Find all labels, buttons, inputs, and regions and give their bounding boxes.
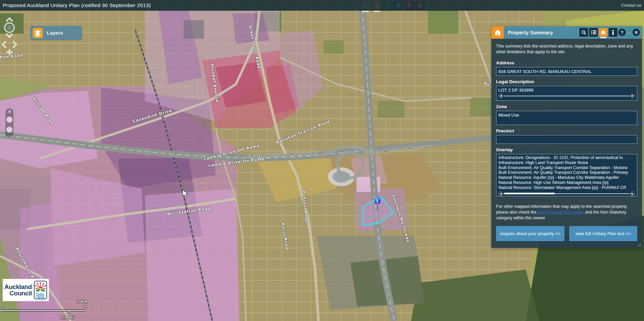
overlay-item: Built Environment: Air Quality Transport… — [498, 165, 635, 170]
scroll-thumb[interactable] — [504, 193, 555, 194]
property-summary-panel: Property Summary ? _ ✕ This s — [491, 26, 642, 248]
minimize-icon: _ — [628, 28, 631, 34]
list-icon — [591, 30, 596, 35]
help-icon: ? — [621, 30, 623, 35]
layers-button-label: Layers — [47, 30, 63, 36]
overlay-item: Built Environment: Air Quality Transport… — [498, 170, 635, 175]
panel-actions: enquire about your property >> view full… — [496, 226, 637, 241]
scroll-track[interactable] — [503, 193, 630, 194]
address-field[interactable]: 834 GREAT SOUTH RD, MANUKAU CENTRAL — [496, 67, 637, 76]
panel-body: This summary lists the searched address,… — [491, 39, 642, 248]
footnote-text: For other mapped information that may ap… — [496, 204, 637, 221]
logo-line2: Council — [4, 290, 32, 296]
panel-title: Property Summary — [504, 30, 553, 35]
zone-label: Zone — [496, 104, 637, 109]
info-icon — [612, 30, 614, 35]
logo-text: Auckland Council — [4, 284, 32, 296]
app-window: South-western MotorwaySouth-western Moto… — [0, 0, 644, 321]
auckland-council-logo: Auckland Council — [3, 279, 49, 301]
panel-search-tab[interactable] — [579, 28, 588, 37]
view-plan-text-button[interactable]: view full Unitary Plan text >> — [569, 226, 638, 241]
overlay-label: Overlay — [496, 147, 637, 152]
overlay-item: Infrastructure: Designations - ID 1102, … — [498, 155, 635, 160]
overlay-item: Infrastructure: High Land Transport Rout… — [498, 160, 635, 165]
result-pin-marker[interactable]: 1 — [372, 195, 384, 212]
enquire-property-button[interactable]: enquire about your property >> — [496, 226, 564, 241]
active-indicator — [363, 11, 369, 12]
contact-us-link[interactable]: Contact us — [621, 0, 641, 11]
magnifier-icon — [581, 30, 586, 35]
main-gis-viewer-link[interactable]: main Council GIS viewer — [538, 210, 584, 215]
legal-description-value: LOT 2 DP 363898 — [498, 88, 635, 93]
overlay-item: Natural Resource: High Use Stream Manage… — [498, 180, 635, 185]
address-label: Address — [496, 60, 637, 65]
scroll-right-icon[interactable]: ▶ — [631, 94, 635, 98]
legal-description-label: Legal Description — [496, 79, 637, 84]
scroll-right-icon[interactable]: ▶ — [631, 192, 635, 196]
logo-line1: Auckland — [4, 284, 32, 290]
precinct-field[interactable] — [496, 135, 637, 144]
scroll-left-icon[interactable]: ◀ — [498, 192, 503, 196]
panel-resize-grip[interactable] — [637, 243, 641, 247]
pohutukawa-icon — [34, 281, 47, 299]
panel-header-icons: ? _ ✕ — [579, 28, 640, 37]
overlay-item: Natural Resource: Stormwater Management … — [498, 185, 635, 190]
zone-field[interactable]: Mixed Use — [496, 111, 637, 125]
panel-results-tab[interactable] — [589, 28, 598, 37]
precinct-label: Precinct — [496, 128, 637, 133]
active-indicator — [373, 11, 380, 12]
panel-intro-text: This summary lists the searched address,… — [496, 43, 637, 55]
help-button[interactable]: ? — [618, 29, 626, 36]
title-bar: Proposed Auckland Unitary Plan (notified… — [0, 0, 644, 11]
panel-header[interactable]: Property Summary ? _ ✕ — [491, 26, 642, 39]
app-title: Proposed Auckland Unitary Plan (notified… — [0, 2, 151, 8]
layers-panel-button[interactable]: Layers — [30, 26, 82, 40]
overlay-item: Natural Resource: Aquifer [rp] - Manukau… — [498, 175, 635, 180]
layers-icon — [33, 28, 43, 38]
home-icon — [601, 30, 606, 35]
home-icon — [491, 26, 504, 39]
close-button[interactable]: ✕ — [633, 29, 640, 36]
overlay-list[interactable]: Infrastructure: Designations - ID 1102, … — [496, 154, 637, 196]
scroll-left-icon[interactable]: ◀ — [498, 94, 503, 98]
svg-text:1: 1 — [376, 199, 378, 203]
legal-description-field[interactable]: LOT 2 DP 363898 ◀ ▶ — [496, 86, 637, 101]
minimize-button[interactable]: _ — [627, 29, 632, 35]
panel-info-tab[interactable] — [609, 28, 617, 37]
panel-property-tab[interactable] — [599, 28, 608, 37]
close-icon: ✕ — [635, 30, 638, 35]
overlay-hscrollbar[interactable]: ◀ ▶ — [498, 191, 635, 196]
scroll-track[interactable] — [503, 96, 630, 96]
legal-hscrollbar[interactable]: ◀ ▶ — [498, 94, 635, 98]
